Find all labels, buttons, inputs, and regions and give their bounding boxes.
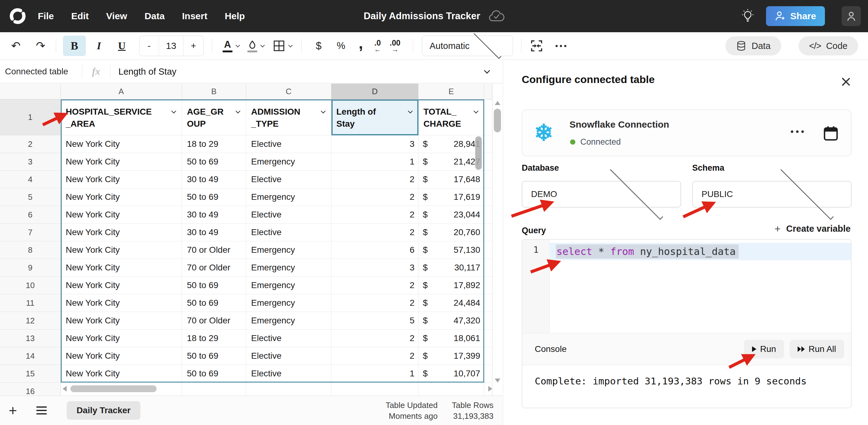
more-tools-button[interactable] xyxy=(556,45,566,47)
menu-item-data[interactable]: Data xyxy=(145,11,165,21)
cell-F6[interactable] xyxy=(484,206,492,224)
cell-F14[interactable] xyxy=(484,347,492,365)
header-cell-C1[interactable]: ADMISSION_TYPE xyxy=(246,99,331,135)
cell-F12[interactable] xyxy=(484,312,492,330)
lightbulb-icon[interactable] xyxy=(741,9,754,24)
overlay-scrollbar-thumb[interactable] xyxy=(475,136,482,170)
cell-D3[interactable]: 1 xyxy=(331,153,418,171)
cell-E11[interactable]: $24,484 xyxy=(418,294,484,312)
menu-item-insert[interactable]: Insert xyxy=(182,11,207,21)
scroll-down-arrow-icon[interactable] xyxy=(495,379,500,383)
cell-A3[interactable]: New York City xyxy=(61,153,182,171)
cell-D15[interactable]: 1 xyxy=(331,365,418,383)
column-header-A[interactable]: A xyxy=(61,84,182,99)
cell-F8[interactable] xyxy=(484,241,492,259)
row-header-5[interactable]: 5 xyxy=(0,188,61,206)
cell-f1[interactable] xyxy=(484,99,492,135)
bold-button[interactable]: B xyxy=(63,36,86,56)
cell-C5[interactable]: Emergency xyxy=(246,188,331,206)
rows-logo-icon[interactable] xyxy=(9,7,27,25)
font-size-value[interactable]: 13 xyxy=(159,36,184,56)
cell-D10[interactable]: 2 xyxy=(331,276,418,294)
cell-A7[interactable]: New York City xyxy=(61,224,182,241)
scroll-left-arrow-icon[interactable] xyxy=(63,386,67,392)
thousands-separator-button[interactable]: , xyxy=(357,45,365,46)
cell-E10[interactable]: $17,892 xyxy=(418,276,484,294)
cell-B15[interactable]: 50 to 69 xyxy=(182,365,246,383)
menu-item-file[interactable]: File xyxy=(38,11,54,21)
column-header-B[interactable]: B xyxy=(182,84,246,99)
header-cell-B1[interactable]: AGE_GROUP xyxy=(182,99,246,135)
row-header-14[interactable]: 14 xyxy=(0,347,61,365)
cell-B5[interactable]: 50 to 69 xyxy=(182,188,246,206)
vertical-scrollbar-thumb[interactable] xyxy=(494,109,501,132)
cell-F5[interactable] xyxy=(484,188,492,206)
cell-C10[interactable]: Emergency xyxy=(246,276,331,294)
row-header-7[interactable]: 7 xyxy=(0,224,61,241)
cell-A8[interactable]: New York City xyxy=(61,241,182,259)
cell-D14[interactable]: 2 xyxy=(331,347,418,365)
cell-C9[interactable]: Emergency xyxy=(246,259,331,276)
cell-F10[interactable] xyxy=(484,276,492,294)
close-icon[interactable] xyxy=(840,76,852,88)
column-header-D[interactable]: D xyxy=(331,84,418,99)
number-format-select[interactable]: Automatic xyxy=(422,36,513,56)
currency-format-button[interactable]: $ xyxy=(313,40,324,52)
cell-D11[interactable]: 2 xyxy=(331,294,418,312)
cell-C3[interactable]: Emergency xyxy=(246,153,331,171)
column-header-E[interactable]: E xyxy=(418,84,484,99)
increase-decimals-button[interactable]: .00 → xyxy=(390,39,401,53)
sheet-tab-daily-tracker[interactable]: Daily Tracker xyxy=(67,401,141,420)
menu-item-view[interactable]: View xyxy=(106,11,127,21)
cell-B9[interactable]: 70 or Older xyxy=(182,259,246,276)
fill-color-button[interactable] xyxy=(247,40,257,52)
cell-B13[interactable]: 18 to 29 xyxy=(182,330,246,347)
cell-F3[interactable] xyxy=(484,153,492,171)
page-title[interactable]: Daily Admissions Tracker xyxy=(364,10,480,22)
cell-C2[interactable]: Elective xyxy=(246,135,331,153)
cell-D5[interactable]: 2 xyxy=(331,188,418,206)
share-button[interactable]: Share xyxy=(766,6,825,26)
cell-E3[interactable]: $21,427 xyxy=(418,153,484,171)
row-header-15[interactable]: 15 xyxy=(0,365,61,383)
cell-C14[interactable]: Elective xyxy=(246,347,331,365)
undo-button[interactable]: ↶ xyxy=(9,39,23,52)
cell-B3[interactable]: 50 to 69 xyxy=(182,153,246,171)
database-select[interactable]: DEMO xyxy=(522,181,681,207)
text-color-button[interactable]: A xyxy=(223,40,232,52)
account-avatar-button[interactable] xyxy=(842,6,861,26)
italic-button[interactable]: I xyxy=(91,40,107,52)
formula-bar-chevron-icon[interactable] xyxy=(484,68,490,74)
cell-C15[interactable]: Elective xyxy=(246,365,331,383)
cell-C7[interactable]: Elective xyxy=(246,224,331,241)
cell-C11[interactable]: Emergency xyxy=(246,294,331,312)
cell-F15[interactable] xyxy=(484,365,492,383)
connection-card[interactable]: ❄ Snowflake Connection Connected xyxy=(522,109,851,157)
add-sheet-button[interactable]: + xyxy=(9,403,17,418)
code-view-button[interactable]: </> Code xyxy=(799,36,858,56)
row-header-12[interactable]: 12 xyxy=(0,312,61,330)
cell-B8[interactable]: 70 or Older xyxy=(182,241,246,259)
cell-F2[interactable] xyxy=(484,135,492,153)
cell-A15[interactable]: New York City xyxy=(61,365,182,383)
cell-C6[interactable]: Elective xyxy=(246,206,331,224)
borders-chevron-icon[interactable] xyxy=(288,43,292,47)
cell-D13[interactable]: 2 xyxy=(331,330,418,347)
cell-E14[interactable]: $17,399 xyxy=(418,347,484,365)
decrease-decimals-button[interactable]: .0 ← xyxy=(374,39,381,53)
cell-A2[interactable]: New York City xyxy=(61,135,182,153)
row-header-4[interactable]: 4 xyxy=(0,171,61,188)
cell-D12[interactable]: 5 xyxy=(331,312,418,330)
cell-E6[interactable]: $23,044 xyxy=(418,206,484,224)
fit-cell-button[interactable] xyxy=(529,39,544,53)
scroll-up-arrow-icon[interactable] xyxy=(495,101,500,105)
cell-F4[interactable] xyxy=(484,171,492,188)
cell-A12[interactable]: New York City xyxy=(61,312,182,330)
header-cell-A1[interactable]: HOSPITAL_SERVICE_AREA xyxy=(61,99,182,135)
cell-A11[interactable]: New York City xyxy=(61,294,182,312)
redo-button[interactable]: ↷ xyxy=(33,39,48,52)
font-size-increase-button[interactable]: + xyxy=(184,36,204,56)
menu-item-edit[interactable]: Edit xyxy=(71,11,89,21)
row-header-16[interactable]: 16 xyxy=(0,383,61,396)
corner-cell[interactable] xyxy=(0,84,61,99)
